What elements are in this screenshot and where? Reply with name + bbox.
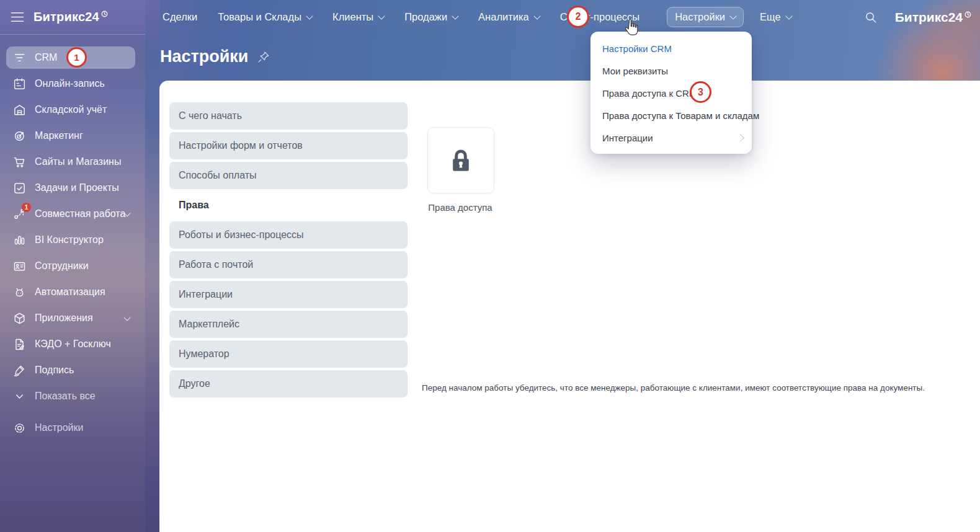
settings-dropdown-menu: Настройки CRM Мои реквизиты Права доступ… (590, 32, 752, 154)
sidebar: Битрикс24 CRM Онлайн-запись (0, 0, 145, 532)
topnav-label: Продажи (404, 11, 447, 23)
step-marker-3: 3 (690, 81, 711, 103)
sidebar-item-label: Сайты и Магазины (35, 156, 121, 167)
sidebar-item-show-all[interactable]: Показать все (6, 385, 135, 407)
topnav-more[interactable]: Еще (760, 11, 791, 23)
access-rights-card[interactable] (427, 127, 494, 193)
sidebar-item-label: Показать все (35, 391, 96, 402)
category-payment-methods[interactable]: Способы оплаты (169, 162, 408, 189)
topnav-analytics[interactable]: Аналитика (478, 11, 540, 23)
cart-icon (12, 154, 27, 169)
topnav-clients[interactable]: Клиенты (332, 11, 384, 23)
sidebar-item-sites-stores[interactable]: Сайты и Магазины (6, 151, 135, 173)
menu-item-label: Права доступа к CRM (602, 88, 697, 99)
chevron-down-icon (533, 12, 540, 19)
pen-icon (12, 363, 27, 378)
menu-item-integrations[interactable]: Интеграции (590, 126, 752, 149)
chevron-down-icon (729, 12, 736, 19)
category-permissions-selected[interactable]: Права (169, 192, 408, 219)
sidebar-item-marketing[interactable]: Маркетинг (6, 125, 135, 147)
sidebar-item-label: Автоматизация (35, 286, 105, 298)
chevron-down-icon (785, 12, 792, 19)
sidebar-item-label: Подпись (35, 365, 74, 376)
category-numerator[interactable]: Нумератор (169, 340, 408, 368)
sidebar-item-employees[interactable]: Сотрудники (6, 255, 135, 277)
chevron-down-icon (452, 12, 458, 19)
menu-item-products-access-rights[interactable]: Права доступа к Товарам и складам (590, 104, 752, 126)
bitrix24-logo[interactable]: Битрикс24 (33, 10, 108, 24)
sidebar-item-label: Складской учёт (35, 104, 107, 115)
bitrix24-logo-text: Битрикс24 (895, 10, 963, 25)
top-navigation: Сделки Товары и Склады Клиенты Продажи А… (163, 0, 812, 34)
box-icon (12, 311, 27, 326)
sidebar-item-kedo-goskey[interactable]: КЭДО + Госключ (6, 333, 135, 355)
sidebar-item-online-booking[interactable]: Онлайн-запись (6, 73, 135, 95)
pin-icon[interactable] (257, 50, 270, 64)
topnav-settings[interactable]: Настройки (667, 7, 744, 27)
sidebar-item-warehouse[interactable]: Складской учёт (6, 99, 135, 121)
sidebar-item-label: Задачи и Проекты (35, 182, 119, 193)
sidebar-item-label: Маркетинг (35, 130, 83, 141)
sidebar-item-collaboration[interactable]: 1 Совместная работа (6, 203, 135, 225)
topnav-label: Сделки (163, 11, 197, 23)
sidebar-item-apps[interactable]: Приложения (6, 307, 135, 329)
category-other[interactable]: Другое (169, 370, 408, 397)
category-integrations[interactable]: Интеграции (169, 281, 408, 308)
menu-item-label: Мои реквизиты (602, 66, 668, 76)
menu-item-label: Настройки CRM (602, 43, 672, 54)
topbar-right: Битрикс24 (864, 0, 971, 34)
sidebar-divider (0, 34, 145, 35)
topnav-sales[interactable]: Продажи (404, 11, 458, 23)
id-card-icon (12, 259, 27, 273)
network-icon: 1 (12, 206, 27, 221)
topnav-deals[interactable]: Сделки (163, 11, 197, 23)
sidebar-item-label: Настройки (35, 422, 83, 433)
notification-badge: 1 (22, 203, 31, 212)
menu-item-label: Интеграции (602, 133, 653, 143)
sidebar-item-settings[interactable]: Настройки (6, 417, 135, 439)
sidebar-item-automation[interactable]: Автоматизация (6, 281, 135, 303)
sidebar-item-label: КЭДО + Госключ (35, 339, 111, 350)
chevron-down-icon (378, 12, 385, 19)
document-pen-icon (12, 337, 27, 352)
topnav-products-warehouses[interactable]: Товары и Склады (218, 11, 312, 23)
access-rights-card-label: Права доступа (409, 202, 512, 213)
step-marker-2: 2 (567, 6, 589, 28)
checkbox-icon (12, 180, 27, 195)
category-marketplace[interactable]: Маркетплейс (169, 311, 408, 338)
page-title-row: Настройки (160, 47, 270, 66)
bar-chart-icon (12, 233, 27, 247)
topnav-label: Аналитика (478, 11, 529, 23)
permissions-note: Перед началом работы убедитесь, что все … (422, 383, 925, 392)
sidebar-item-signature[interactable]: Подпись (6, 359, 135, 381)
menu-item-crm-access-rights[interactable]: Права доступа к CRM (590, 82, 752, 104)
clock-icon (964, 11, 971, 18)
sidebar-menu: CRM Онлайн-запись Складской учёт Маркети… (6, 47, 135, 407)
topnav-label: Еще (760, 11, 781, 23)
chevron-right-icon (736, 134, 744, 142)
funnel-icon (12, 50, 27, 65)
sidebar-item-label: BI Конструктор (35, 234, 104, 246)
menu-item-my-details[interactable]: Мои реквизиты (590, 60, 752, 82)
sidebar-item-bi-builder[interactable]: BI Конструктор (6, 229, 135, 251)
sidebar-item-label: Совместная работа (35, 208, 125, 219)
sidebar-footer: Настройки (6, 417, 135, 439)
hamburger-menu-icon[interactable] (11, 12, 24, 22)
menu-item-crm-settings[interactable]: Настройки CRM (590, 37, 752, 60)
category-get-started[interactable]: С чего начать (169, 102, 408, 130)
search-icon[interactable] (864, 11, 878, 24)
sidebar-item-label: Сотрудники (35, 260, 89, 272)
category-mail[interactable]: Работа с почтой (169, 251, 408, 278)
topnav-label: Настройки (675, 11, 725, 23)
category-robots-bp[interactable]: Роботы и бизнес-процессы (169, 221, 408, 249)
clock-icon (101, 11, 108, 17)
bitrix24-logo-right[interactable]: Битрикс24 (895, 10, 971, 25)
screen: Битрикс24 CRM Онлайн-запись (0, 0, 980, 532)
gear-icon (12, 420, 27, 435)
page-title: Настройки (160, 47, 248, 66)
chevron-down-icon (12, 389, 27, 404)
category-forms-reports[interactable]: Настройки форм и отчетов (169, 132, 408, 159)
calendar-icon (12, 76, 27, 91)
sidebar-item-tasks-projects[interactable]: Задачи и Проекты (6, 177, 135, 199)
sidebar-item-label: Онлайн-запись (35, 78, 105, 89)
